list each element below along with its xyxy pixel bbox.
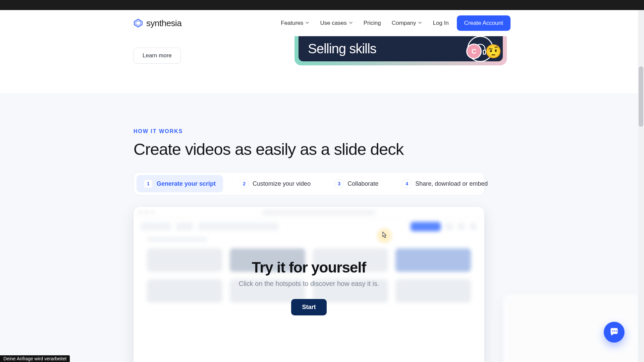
- chevron-down-icon: [349, 20, 353, 26]
- learn-more-button[interactable]: Learn more: [133, 48, 181, 64]
- create-account-button[interactable]: Create Account: [457, 15, 511, 31]
- demo-card[interactable]: Try it for yourself Click on the hotspot…: [133, 207, 484, 362]
- tab-share-download-embed[interactable]: 4 Share, download or embed: [395, 175, 495, 192]
- nav-features-label: Features: [281, 20, 303, 26]
- browser-top-strip: [0, 0, 644, 10]
- hero-row: Learn more Selling skills C 🤨: [0, 36, 644, 93]
- section-eyebrow: HOW IT WORKS: [133, 128, 644, 134]
- tab-collaborate[interactable]: 3 Collaborate: [327, 175, 386, 192]
- status-toast: Deine Anfrage wird verarbeitet: [0, 355, 70, 362]
- tab-customize-video[interactable]: 2 Customize your video: [232, 175, 318, 192]
- page-scrollbar[interactable]: [638, 10, 644, 362]
- nav-features[interactable]: Features: [281, 20, 309, 26]
- tab-label: Collaborate: [347, 180, 378, 187]
- demo-overlay: Try it for yourself Click on the hotspot…: [133, 207, 484, 362]
- interactive-demo: Try it for yourself Click on the hotspot…: [133, 207, 484, 362]
- tab-number: 4: [402, 179, 411, 188]
- emoji-raised-eyebrow-icon: 🤨: [485, 44, 502, 59]
- tab-label: Share, download or embed: [415, 180, 488, 187]
- synthesia-logo-icon: [133, 18, 143, 28]
- site-nav: synthesia Features Use cases Pricing Com…: [0, 10, 644, 36]
- start-button[interactable]: Start: [291, 299, 326, 315]
- tab-number: 3: [335, 179, 343, 188]
- tab-generate-script[interactable]: 1 Generate your script: [137, 175, 223, 192]
- svg-point-5: [614, 330, 615, 332]
- avatar-c: C: [466, 44, 482, 59]
- chevron-down-icon: [418, 20, 422, 26]
- svg-point-4: [612, 330, 613, 332]
- tab-number: 1: [144, 179, 153, 188]
- promo-title: Selling skills: [308, 41, 376, 56]
- nav-pricing[interactable]: Pricing: [364, 20, 381, 26]
- tab-number: 2: [240, 179, 249, 188]
- login-link[interactable]: Log In: [433, 20, 448, 26]
- reaction-stack: C 🤨: [463, 36, 506, 65]
- steps-tabs: 1 Generate your script 2 Customize your …: [133, 172, 484, 195]
- nav-use-cases[interactable]: Use cases: [320, 20, 353, 26]
- chevron-down-icon: [305, 20, 309, 26]
- nav-pricing-label: Pricing: [364, 20, 381, 26]
- tab-label: Generate your script: [157, 180, 216, 187]
- nav-right: Log In Create Account: [433, 15, 511, 31]
- chat-bubble-icon: [609, 327, 619, 337]
- brand-name: synthesia: [146, 18, 181, 28]
- nav-company[interactable]: Company: [392, 20, 422, 26]
- overlay-title: Try it for yourself: [252, 259, 366, 276]
- how-it-works-section: HOW IT WORKS Create videos as easily as …: [0, 93, 644, 362]
- brand-logo[interactable]: synthesia: [133, 18, 181, 28]
- nav-company-label: Company: [392, 20, 416, 26]
- chat-fab[interactable]: [604, 322, 625, 343]
- tab-label: Customize your video: [253, 180, 311, 187]
- scrollbar-thumb[interactable]: [639, 66, 643, 127]
- section-heading: Create videos as easily as a slide deck: [133, 140, 644, 159]
- svg-marker-1: [136, 21, 141, 25]
- overlay-subtitle: Click on the hotspots to discover how ea…: [238, 280, 379, 288]
- svg-point-6: [615, 330, 617, 332]
- nav-use-cases-label: Use cases: [320, 20, 346, 26]
- nav-links: Features Use cases Pricing Company: [281, 20, 422, 26]
